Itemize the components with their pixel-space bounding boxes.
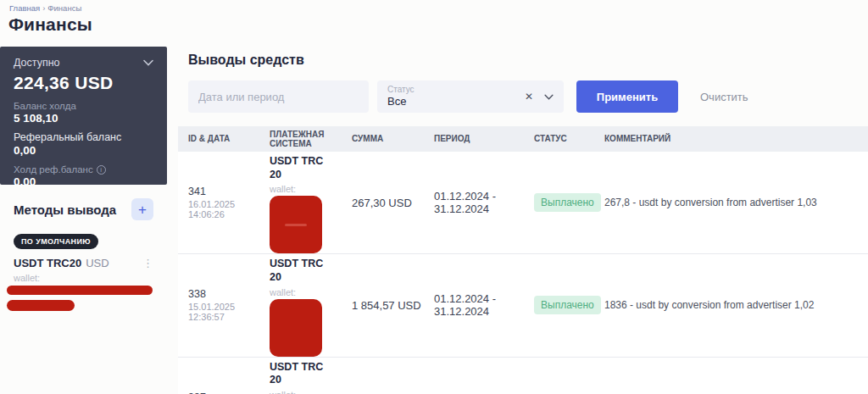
redacted-wallet-block [270, 196, 322, 253]
table-header-row: ID & ДАТАПЛАТЕЖНАЯ СИСТЕМАСУММАПЕРИОДСТА… [178, 126, 868, 152]
status-cell: Выплачено [534, 193, 604, 212]
column-header: ID & ДАТА [178, 134, 270, 144]
table-row: 338 15.01.2025 12:36:57 USDT TRC20 walle… [178, 254, 868, 357]
wallet-label: wallet: [14, 273, 153, 283]
status-cell: Выплачено [534, 296, 604, 314]
balance-panel: Доступно 224,36 USD Баланс холда 5 108,1… [0, 47, 167, 185]
clear-button[interactable]: Очистить [700, 91, 748, 103]
clear-status-icon[interactable]: ✕ [525, 91, 533, 103]
methods-title: Методы вывода [14, 203, 116, 217]
amount-cell: 1 854,57 USD [352, 299, 434, 312]
payment-system-name: USDT TRC20 [270, 155, 329, 181]
payment-system-name: USDT TRC20 [270, 258, 329, 284]
referral-hold-label: Холд реф.балансi [14, 164, 153, 175]
redacted-wallet-address [7, 286, 153, 295]
withdrawal-methods-section: Методы вывода + ПО УМОЛЧАНИЮ USDT TRC20U… [0, 185, 167, 311]
kebab-menu-icon[interactable]: ⋮ [142, 258, 153, 269]
id-date-cell: 338 15.01.2025 12:36:57 [178, 288, 270, 322]
column-header: ПЕРИОД [434, 134, 534, 144]
column-header: СУММА [352, 134, 434, 144]
column-header: КОММЕНТАРИЙ [604, 134, 868, 144]
withdrawal-id: 337 [188, 391, 270, 394]
method-name: USDT TRC20 [14, 257, 81, 269]
wallet-label: wallet: [270, 184, 352, 194]
withdrawal-date: 16.01.2025 14:06:26 [188, 199, 270, 219]
status-select-value: Все [387, 95, 525, 108]
breadcrumb-current: Финансы [47, 3, 81, 13]
payment-system-name: USDT TRC20 [270, 361, 329, 387]
redacted-wallet-block [270, 299, 322, 357]
period-cell: 01.12.2024 - 31.12.2024 [434, 190, 534, 215]
status-select[interactable]: Статус Все ✕ [377, 80, 564, 113]
withdrawal-id: 341 [188, 186, 270, 197]
amount-cell: 267,30 USD [352, 197, 434, 209]
column-header: СТАТУС [534, 134, 604, 144]
withdrawals-panel: Выводы средств Статус Все ✕ Применить Оч… [178, 47, 868, 394]
info-icon[interactable]: i [97, 165, 106, 175]
breadcrumb: Главная›Финансы [9, 3, 81, 13]
hold-balance-label: Баланс холда [14, 101, 153, 111]
breadcrumb-home-link[interactable]: Главная [9, 3, 40, 13]
status-badge: Выплачено [534, 296, 601, 314]
redacted-wallet-address [7, 300, 75, 311]
redaction-dash [285, 224, 307, 226]
payment-system-cell: USDT TRC20 wallet: [270, 358, 352, 394]
add-method-button[interactable]: + [131, 198, 153, 220]
withdrawal-date: 15.01.2025 12:36:57 [188, 302, 270, 322]
apply-button[interactable]: Применить [576, 80, 678, 113]
chevron-down-icon[interactable] [143, 59, 153, 66]
referral-balance-value: 0,00 [14, 144, 153, 157]
id-date-cell: 337 15.01.2025 12:29:06 [178, 391, 270, 394]
wallet-label: wallet: [270, 390, 352, 394]
finances-page: Главная›Финансы Финансы Доступно 224,36 … [0, 0, 868, 394]
hold-balance-value: 5 108,10 [14, 112, 153, 125]
payment-system-cell: USDT TRC20 wallet: [270, 254, 352, 356]
column-header: ПЛАТЕЖНАЯ СИСТЕМА [270, 130, 352, 149]
table-body: 341 16.01.2025 14:06:26 USDT TRC20 walle… [178, 152, 868, 394]
period-cell: 01.12.2024 - 31.12.2024 [434, 292, 534, 318]
referral-balance-label: Реферальный баланс [14, 131, 153, 143]
chevron-down-icon[interactable] [544, 94, 554, 100]
comment-cell: 1836 - usdt by conversion from advertise… [604, 299, 868, 311]
available-label: Доступно [14, 57, 60, 69]
available-balance: 224,36 USD [14, 73, 153, 93]
table-row: 337 15.01.2025 12:29:06 USDT TRC20 walle… [178, 358, 868, 394]
wallet-label: wallet: [270, 287, 352, 297]
status-select-label: Статус [387, 85, 525, 95]
status-badge: Выплачено [534, 193, 601, 212]
withdrawals-title: Выводы средств [188, 53, 868, 68]
withdrawal-id: 338 [188, 288, 270, 300]
method-currency: USD [86, 257, 108, 269]
id-date-cell: 341 16.01.2025 14:06:26 [178, 186, 270, 219]
breadcrumb-separator: › [42, 3, 45, 13]
table-row: 341 16.01.2025 14:06:26 USDT TRC20 walle… [178, 152, 868, 254]
date-period-input[interactable] [188, 80, 369, 113]
page-title: Финансы [8, 14, 92, 35]
filters-bar: Статус Все ✕ Применить Очистить [188, 80, 868, 113]
payment-system-cell: USDT TRC20 wallet: [270, 152, 352, 253]
comment-cell: 267,8 - usdt by conversion from advertis… [604, 197, 868, 208]
default-badge: ПО УМОЛЧАНИЮ [14, 234, 98, 249]
